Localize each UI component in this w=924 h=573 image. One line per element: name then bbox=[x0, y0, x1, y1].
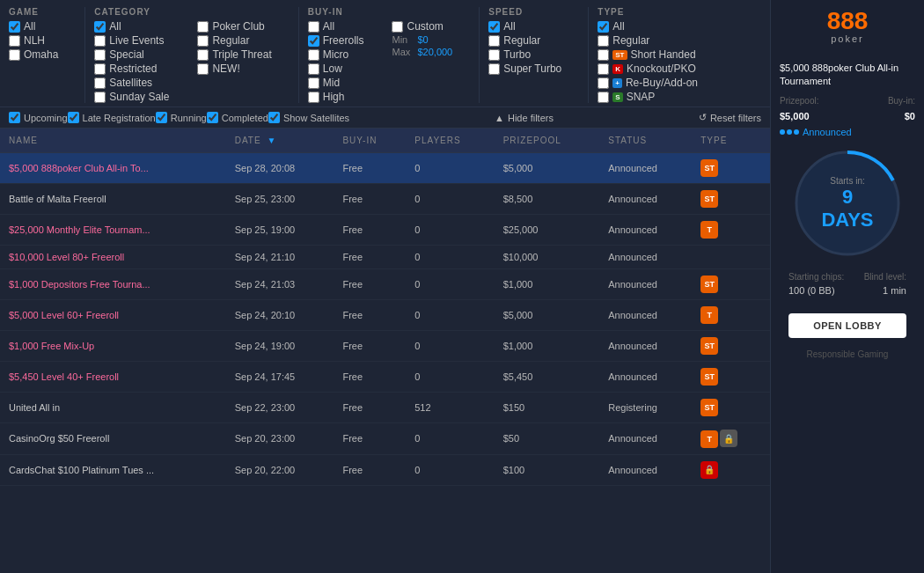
table-row[interactable]: $5,450 Level 40+ FreerollSep 24, 17:45Fr… bbox=[0, 362, 770, 393]
cat-satellites[interactable]: Satellites bbox=[94, 77, 169, 89]
cat-regular[interactable]: Regular bbox=[197, 34, 271, 47]
game-header: GAME bbox=[9, 7, 58, 17]
tournament-name-cell: $1,000 Free Mix-Up bbox=[9, 341, 94, 351]
sep1 bbox=[84, 7, 85, 103]
sep4 bbox=[588, 7, 589, 103]
speed-all[interactable]: All bbox=[488, 20, 561, 33]
table-row[interactable]: $5,000 Level 60+ FreerollSep 24, 20:10Fr… bbox=[0, 300, 770, 331]
prizepool-label: Prizepool: bbox=[780, 96, 818, 106]
brand-888: 888 bbox=[827, 9, 869, 33]
table-row[interactable]: $1,000 Free Mix-UpSep 24, 19:00Free0$1,0… bbox=[0, 331, 770, 362]
buyin-td: Free bbox=[334, 215, 406, 246]
speed-regular[interactable]: Regular bbox=[488, 34, 561, 47]
hide-filters-label: Hide filters bbox=[508, 113, 554, 123]
date-td: Sep 20, 23:00 bbox=[226, 423, 334, 455]
type-td: T bbox=[692, 300, 770, 331]
table-row[interactable]: CasinoOrg $50 FreerollSep 20, 23:00Free0… bbox=[0, 423, 770, 455]
blind-level-label: Blind level: bbox=[864, 272, 906, 282]
game-omaha[interactable]: Omaha bbox=[9, 48, 58, 61]
type-td: T🔒 bbox=[692, 423, 770, 455]
date-td: Sep 25, 19:00 bbox=[226, 215, 334, 246]
speed-header: SPEED bbox=[488, 7, 561, 17]
buyin-custom[interactable]: Custom bbox=[392, 20, 452, 33]
table-row[interactable]: $1,000 Depositors Free Tourna...Sep 24, … bbox=[0, 269, 770, 300]
filters-section: GAME All NLH Omaha CATEGORY All Live Eve… bbox=[0, 0, 770, 107]
cat-triple[interactable]: Triple Threat bbox=[197, 48, 271, 61]
status-td: Registering bbox=[599, 393, 692, 423]
name-td: CardsChat $100 Platinum Tues ... bbox=[0, 454, 226, 485]
hide-filters-button[interactable]: ▲ Hide filters bbox=[495, 113, 554, 123]
type-badge: ST bbox=[700, 337, 718, 355]
reset-filters-button[interactable]: ↺ Reset filters bbox=[699, 112, 761, 123]
speed-super-turbo[interactable]: Super Turbo bbox=[488, 62, 561, 75]
header-row: NAME DATE ▼ BUY-IN PLAYERS PRIZEPOOL STA… bbox=[0, 129, 770, 153]
completed-filter[interactable]: Completed bbox=[207, 112, 268, 123]
buyin-td: Free bbox=[334, 393, 406, 423]
players-td: 0 bbox=[406, 362, 494, 393]
table-row[interactable]: CardsChat $100 Platinum Tues ...Sep 20, … bbox=[0, 454, 770, 485]
type-td: ST bbox=[692, 393, 770, 423]
type-badge: T bbox=[700, 221, 718, 239]
buyin-freerolls[interactable]: Freerolls bbox=[308, 34, 364, 47]
cat-poker-club[interactable]: Poker Club bbox=[197, 20, 271, 33]
buyin-td: Free bbox=[334, 269, 406, 300]
prizepool-td: $150 bbox=[495, 393, 600, 423]
cat-all[interactable]: All bbox=[94, 20, 169, 33]
tournament-name-cell: CasinoOrg $50 Freeroll bbox=[9, 433, 109, 444]
type-rebuy[interactable]: +Re-Buy/Add-on bbox=[598, 77, 698, 89]
speed-turbo[interactable]: Turbo bbox=[488, 48, 561, 61]
cat-new[interactable]: NEW! bbox=[197, 62, 271, 75]
game-nlh[interactable]: NLH bbox=[9, 34, 58, 47]
buyin-min-value: $0 bbox=[417, 34, 428, 45]
type-snap[interactable]: SSNAP bbox=[598, 91, 698, 103]
type-badge: ST bbox=[700, 159, 718, 177]
running-filter[interactable]: Running bbox=[156, 112, 207, 123]
buyin-td: Free bbox=[334, 454, 406, 485]
cat-sunday[interactable]: Sunday Sale bbox=[94, 91, 169, 103]
upcoming-filter[interactable]: Upcoming bbox=[9, 112, 68, 123]
players-td: 0 bbox=[406, 153, 494, 184]
table-row[interactable]: $10,000 Level 80+ FreerollSep 24, 21:10F… bbox=[0, 246, 770, 269]
players-td: 0 bbox=[406, 215, 494, 246]
players-td: 0 bbox=[406, 269, 494, 300]
table-row[interactable]: $5,000 888poker Club All-in To...Sep 28,… bbox=[0, 153, 770, 184]
col-prizepool: PRIZEPOOL bbox=[495, 129, 600, 153]
countdown-text: Starts in: 9 DAYS bbox=[819, 175, 876, 231]
type-all[interactable]: All bbox=[598, 20, 698, 33]
completed-label: Completed bbox=[222, 113, 268, 123]
late-reg-filter[interactable]: Late Registration bbox=[68, 112, 156, 123]
status-td: Announced bbox=[599, 153, 692, 184]
date-td: Sep 24, 21:10 bbox=[226, 246, 334, 269]
cat-restricted[interactable]: Restricted bbox=[94, 62, 169, 75]
type-options: All Regular STShort Handed KKnockout/PKO… bbox=[598, 20, 698, 103]
buyin-low[interactable]: Low bbox=[308, 62, 364, 75]
show-satellites-filter[interactable]: Show Satellites bbox=[268, 112, 349, 123]
col-date[interactable]: DATE ▼ bbox=[226, 129, 334, 153]
name-td: $1,000 Depositors Free Tourna... bbox=[0, 269, 226, 300]
tournament-table: NAME DATE ▼ BUY-IN PLAYERS PRIZEPOOL STA… bbox=[0, 129, 770, 486]
prizepool-td: $25,000 bbox=[495, 215, 600, 246]
type-td: ST bbox=[692, 362, 770, 393]
buyin-micro[interactable]: Micro bbox=[308, 48, 364, 61]
status-td: Announced bbox=[599, 331, 692, 362]
status-bar-controls: Upcoming Late Registration Running Compl… bbox=[9, 112, 761, 123]
buyin-all[interactable]: All bbox=[308, 20, 364, 33]
buyin-mid[interactable]: Mid bbox=[308, 77, 364, 89]
game-all[interactable]: All bbox=[9, 20, 58, 33]
type-knockout[interactable]: KKnockout/PKO bbox=[598, 62, 698, 75]
buyin-high[interactable]: High bbox=[308, 91, 364, 103]
buyin-td: Free bbox=[334, 362, 406, 393]
tournament-table-container: NAME DATE ▼ BUY-IN PLAYERS PRIZEPOOL STA… bbox=[0, 129, 770, 573]
table-row[interactable]: $25,000 Monthly Elite Tournam...Sep 25, … bbox=[0, 215, 770, 246]
type-badge: ST bbox=[700, 399, 718, 416]
type-short[interactable]: STShort Handed bbox=[598, 48, 698, 61]
open-lobby-button[interactable]: OPEN LOBBY bbox=[788, 313, 906, 338]
type-regular[interactable]: Regular bbox=[598, 34, 698, 47]
filter-group-buyin: BUY-IN All Freerolls Micro Low Mid High … bbox=[308, 7, 470, 103]
hide-filters-arrow: ▲ bbox=[495, 113, 504, 123]
table-row[interactable]: United All inSep 22, 23:00Free512$150Reg… bbox=[0, 393, 770, 423]
cat-special[interactable]: Special bbox=[94, 48, 169, 61]
cat-live[interactable]: Live Events bbox=[94, 34, 169, 47]
speed-options: All Regular Turbo Super Turbo bbox=[488, 20, 561, 75]
table-row[interactable]: Battle of Malta FreerollSep 25, 23:00Fre… bbox=[0, 184, 770, 215]
